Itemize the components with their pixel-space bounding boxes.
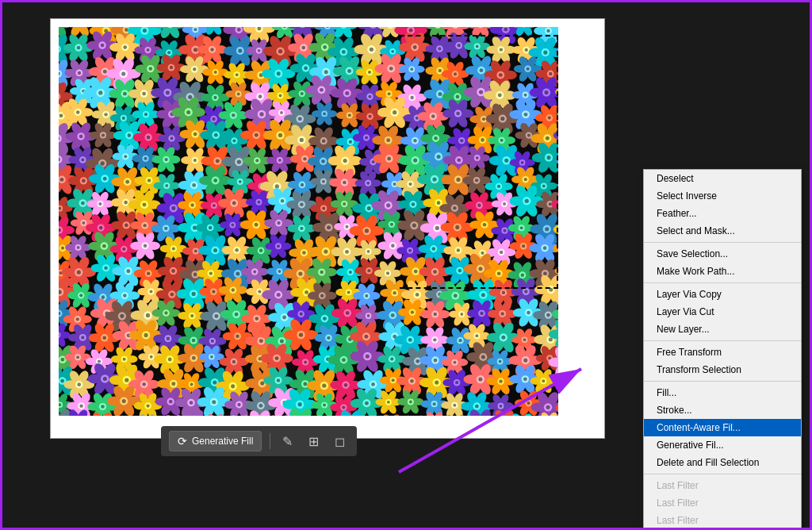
menu-item-free-transform[interactable]: Free Transform: [644, 344, 801, 361]
generative-fill-icon: ⟳: [178, 435, 187, 447]
menu-item-content-aware-fill[interactable]: Content-Aware Fil...: [644, 419, 801, 436]
floating-toolbar: ⟳ Generative Fill ✎ ⊞ ◻: [161, 426, 357, 456]
menu-item-layer-via-copy[interactable]: Layer Via Copy: [644, 286, 801, 303]
menu-item-layer-via-cut[interactable]: Layer Via Cut: [644, 303, 801, 321]
menu-item-new-layer[interactable]: New Layer...: [644, 321, 801, 338]
grid-action-button[interactable]: ⊞: [304, 432, 323, 451]
generative-fill-button[interactable]: ⟳ Generative Fill: [169, 431, 262, 451]
flower-canvas: [59, 27, 558, 416]
menu-separator-after-make-work-path: [644, 282, 801, 283]
menu-separator-after-new-layer: [644, 340, 801, 341]
menu-item-delete-and-fill[interactable]: Delete and Fill Selection: [644, 454, 801, 471]
expand-action-button[interactable]: ◻: [331, 432, 349, 451]
context-menu: DeselectSelect InverseFeather...Select a…: [643, 169, 802, 530]
menu-item-save-selection[interactable]: Save Selection...: [644, 245, 801, 263]
toolbar-separator: [270, 433, 270, 449]
generative-fill-label: Generative Fill: [192, 436, 253, 447]
menu-item-stroke[interactable]: Stroke...: [644, 401, 801, 419]
image-container: [59, 27, 558, 416]
menu-item-transform-selection[interactable]: Transform Selection: [644, 361, 801, 378]
menu-item-feather[interactable]: Feather...: [644, 205, 801, 222]
menu-item-make-work-path[interactable]: Make Work Path...: [644, 263, 801, 280]
menu-item-last-filter-2: Last Filter: [644, 494, 801, 512]
menu-separator-after-delete-and-fill: [644, 474, 801, 474]
menu-item-select-and-mask[interactable]: Select and Mask...: [644, 222, 801, 240]
menu-item-generative-fill[interactable]: Generative Fil...: [644, 436, 801, 454]
menu-item-fill[interactable]: Fill...: [644, 384, 801, 401]
menu-item-select-inverse[interactable]: Select Inverse: [644, 187, 801, 205]
menu-item-last-filter-3: Last Filter: [644, 512, 801, 529]
canvas-area: [50, 18, 605, 439]
menu-item-deselect[interactable]: Deselect: [644, 170, 801, 187]
menu-separator-after-select-and-mask: [644, 242, 801, 243]
menu-separator-after-transform-selection: [644, 381, 801, 382]
menu-item-last-filter-1: Last Filter: [644, 477, 801, 494]
edit-action-button[interactable]: ✎: [278, 432, 297, 451]
